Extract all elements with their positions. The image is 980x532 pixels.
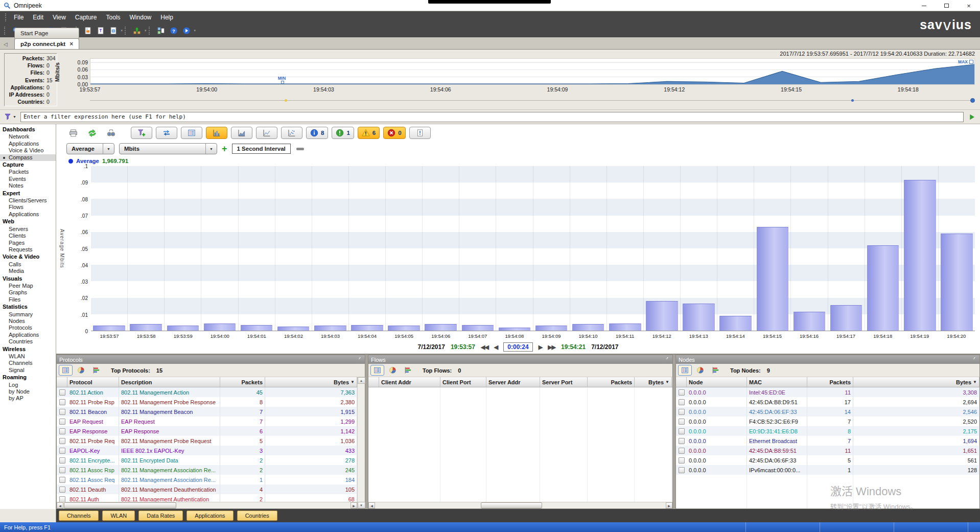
column-header-packets[interactable]: Packets [807, 377, 853, 387]
sidebar-item-packets[interactable]: Packets [0, 169, 56, 175]
column-header-description[interactable]: Description [119, 377, 220, 387]
sidebar-item-requests[interactable]: Requests [0, 246, 56, 253]
scroll-left-icon[interactable]: ◀ [57, 502, 63, 508]
sidebar-item-events[interactable]: Events [0, 176, 56, 182]
row-checkbox[interactable] [676, 407, 687, 417]
column-header-packets[interactable]: Packets [588, 377, 635, 387]
filter-menu-button[interactable]: ▼ [3, 111, 18, 123]
tab-p2p-connect-pkt[interactable]: p2p connect.pkt× [14, 38, 79, 49]
table-row[interactable]: 802.11 Beacon802.11 Management Beacon71,… [57, 407, 357, 417]
max-marker[interactable] [969, 60, 973, 64]
scrollbar-thumb[interactable] [64, 502, 176, 508]
column-header-protocol[interactable]: Protocol [67, 377, 119, 387]
chart-bar[interactable] [351, 325, 383, 331]
minimize-button[interactable] [913, 0, 935, 11]
table-row[interactable]: 802.11 Encrypte...802.11 Encrypted Data2… [57, 455, 357, 465]
min-marker[interactable] [281, 81, 284, 84]
sidebar-item-by-node[interactable]: by Node [0, 388, 56, 395]
scroll-left-icon[interactable]: ◀ [368, 502, 375, 508]
chart-bar[interactable] [462, 325, 494, 331]
chart-line-button[interactable] [256, 127, 277, 139]
remove-interval-handle[interactable] [296, 148, 304, 150]
column-header-client-addr[interactable]: Client Addr [379, 377, 440, 387]
sidebar-item-compass[interactable]: Compass [0, 154, 56, 161]
column-header-bytes[interactable]: Bytes▼ [853, 377, 979, 387]
table-row[interactable]: 802.11 Deauth802.11 Management Deauthent… [57, 484, 357, 494]
table-row[interactable]: 0.0.0.042:45:DA:B8:59:51111,651 [676, 446, 979, 455]
step-forward-icon[interactable]: ▶ [539, 344, 542, 351]
sidebar-item-applications[interactable]: Applications [0, 141, 56, 147]
doc-globe-button[interactable] [107, 25, 120, 36]
apply-filter-button[interactable] [966, 111, 977, 123]
chart-bar[interactable] [867, 245, 899, 331]
hbar-chart-button[interactable] [709, 365, 722, 376]
sidebar-item-files[interactable]: Files [0, 296, 56, 303]
table-row[interactable]: 802.11 Auth802.11 Management Authenticat… [57, 494, 357, 502]
sidebar-item-applications[interactable]: Applications [0, 332, 56, 338]
table-row[interactable]: 0.0.0.0F4:CB:52:3C:E6:F972,520 [676, 417, 979, 426]
column-header-mac[interactable]: MAC [747, 377, 807, 387]
scroll-right-icon[interactable]: ▶ [666, 502, 672, 508]
row-checkbox[interactable] [676, 417, 687, 426]
sidebar-item-voice-video[interactable]: Voice & Video [0, 147, 56, 154]
doc-filter-button[interactable] [95, 25, 107, 36]
row-checkbox[interactable] [57, 455, 67, 465]
close-button[interactable]: × [958, 0, 980, 11]
row-checkbox[interactable] [57, 465, 67, 475]
chart-bar[interactable] [277, 327, 310, 331]
column-header-server-addr[interactable]: Server Addr [486, 377, 540, 387]
table-row[interactable]: 0.0.0.0E0:9D:31:41:E6:D882,175 [676, 426, 979, 436]
chart-bar[interactable] [757, 227, 789, 331]
menu-item-file[interactable]: File [9, 11, 28, 24]
row-checkbox[interactable] [676, 455, 687, 465]
column-header-server-port[interactable]: Server Port [540, 377, 588, 387]
chart-bar[interactable] [719, 316, 752, 331]
units-select[interactable]: Mbits ▼ [119, 143, 217, 154]
scroll-down-icon[interactable]: ▼ [358, 502, 365, 508]
scroll-right-icon[interactable]: ▶ [351, 502, 357, 508]
sidebar-item-network[interactable]: Network [0, 133, 56, 140]
row-checkbox[interactable] [57, 387, 67, 397]
sidebar-item-pages[interactable]: Pages [0, 240, 56, 246]
row-checkbox[interactable] [57, 426, 67, 436]
menu-item-edit[interactable]: Edit [28, 11, 48, 24]
chart-scatter-button[interactable] [281, 127, 302, 139]
tab-start-page[interactable]: Start Page [14, 28, 79, 38]
shortcut-button-countries[interactable]: Countries [237, 511, 277, 521]
details-list-button[interactable] [678, 365, 692, 376]
horizontal-scrollbar[interactable]: ◀▶ [368, 502, 672, 508]
table-row[interactable]: 0.0.0.0Intel:45:ED:0E113,308 [676, 387, 979, 397]
row-checkbox[interactable] [676, 426, 687, 436]
shortcut-button-wlan[interactable]: WLAN [102, 511, 135, 521]
chart-bar[interactable] [830, 305, 862, 331]
table-row[interactable]: 0.0.0.042:45:DA:06:6F:335561 [676, 455, 979, 465]
row-checkbox[interactable] [57, 417, 67, 426]
add-interval-button[interactable]: + [222, 144, 227, 153]
chart-bar[interactable] [241, 325, 273, 331]
menu-item-tools[interactable]: Tools [102, 11, 125, 24]
sidebar-item-summary[interactable]: Summary [0, 311, 56, 318]
table-row[interactable]: 0.0.0.042:45:DA:06:EF:33142,546 [676, 407, 979, 417]
horizontal-scrollbar[interactable]: ◀▶ [57, 502, 357, 508]
sidebar-item-nodes[interactable]: Nodes [0, 318, 56, 325]
go-forward-button[interactable] [180, 25, 193, 36]
chart-plot-area[interactable] [91, 166, 975, 331]
sidebar-item-countries[interactable]: Countries [0, 338, 56, 345]
table-row[interactable]: 0.0.0.0Ethernet Broadcast71,694 [676, 436, 979, 446]
table-row[interactable]: 802.11 Probe Rsp802.11 Management Probe … [57, 397, 357, 407]
chart-bar[interactable] [93, 326, 125, 331]
row-checkbox[interactable] [676, 436, 687, 446]
table-row[interactable]: 0.0.0.0IPv6mcast:00:00:0...1128 [676, 465, 979, 475]
doc-image-button[interactable] [82, 25, 94, 36]
chart-bar[interactable] [904, 180, 936, 331]
tab-close-icon[interactable]: × [69, 41, 73, 47]
table-row[interactable]: 0.0.0.042:45:DA:B8:D9:51172,694 [676, 397, 979, 407]
row-checkbox[interactable] [57, 475, 67, 484]
row-checkbox[interactable] [676, 397, 687, 407]
package-up-button[interactable] [131, 25, 143, 36]
restore-button[interactable] [935, 0, 958, 11]
details-list-button[interactable] [59, 365, 73, 376]
sidebar-item-log[interactable]: Log [0, 382, 56, 388]
fast-forward-icon[interactable]: ▶▶ [548, 344, 555, 351]
details-list-button[interactable] [370, 365, 384, 376]
